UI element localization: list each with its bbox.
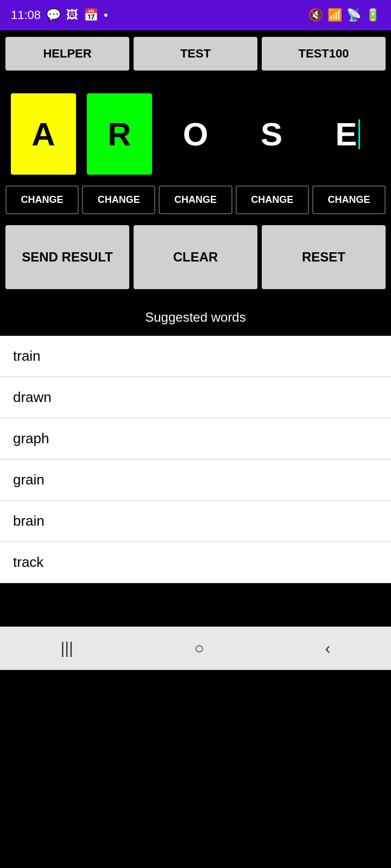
helper-button[interactable]: HELPER [5, 37, 129, 71]
word-item-3[interactable]: grain [0, 459, 391, 501]
wifi-icon: 📶 [327, 8, 342, 22]
dot-indicator: • [104, 8, 108, 22]
send-result-button[interactable]: SEND RESULT [5, 225, 129, 289]
test100-button[interactable]: TEST100 [262, 37, 386, 71]
status-bar: 11:08 💬 🖼 📅 • 🔇 📶 📡 🔋 [0, 0, 391, 30]
battery-icon: 🔋 [365, 8, 380, 22]
change-btn-2[interactable]: CHANGE [159, 186, 232, 214]
back-button[interactable]: ‹ [325, 639, 331, 658]
home-button[interactable]: ○ [194, 639, 204, 658]
recent-apps-button[interactable]: ||| [60, 639, 73, 658]
status-right: 🔇 📶 📡 🔋 [308, 8, 380, 22]
tile-2[interactable]: O [163, 93, 228, 175]
tile-0[interactable]: A [11, 93, 76, 175]
change-btn-1[interactable]: CHANGE [82, 186, 155, 214]
change-btn-0[interactable]: CHANGE [5, 186, 79, 214]
action-buttons-row: SEND RESULT CLEAR RESET [0, 225, 391, 300]
suggested-words-label: Suggested words [0, 300, 391, 336]
bottom-spacer [0, 583, 391, 627]
tile-1[interactable]: R [87, 93, 152, 175]
change-buttons-row: CHANGE CHANGE CHANGE CHANGE CHANGE [0, 186, 391, 225]
whatsapp-icon: 💬 [46, 8, 61, 22]
image-icon: 🖼 [66, 8, 78, 22]
test-button[interactable]: TEST [134, 37, 257, 71]
clear-button[interactable]: CLEAR [134, 225, 257, 289]
word-item-2[interactable]: graph [0, 418, 391, 459]
word-item-1[interactable]: drawn [0, 377, 391, 418]
tiles-area: A R O S E [0, 77, 391, 186]
word-item-5[interactable]: track [0, 542, 391, 583]
change-btn-3[interactable]: CHANGE [236, 186, 309, 214]
status-left: 11:08 💬 🖼 📅 • [11, 8, 108, 22]
calendar-icon: 📅 [84, 8, 98, 22]
word-item-4[interactable]: brain [0, 501, 391, 542]
signal-icon: 📡 [346, 8, 361, 22]
word-list: train drawn graph grain brain track [0, 336, 391, 583]
mute-icon: 🔇 [308, 8, 323, 22]
change-btn-4[interactable]: CHANGE [312, 186, 386, 214]
time-display: 11:08 [11, 8, 41, 22]
tile-3[interactable]: S [239, 93, 304, 175]
top-nav: HELPER TEST TEST100 [0, 30, 391, 77]
word-item-0[interactable]: train [0, 336, 391, 377]
bottom-nav-bar: ||| ○ ‹ [0, 627, 391, 670]
tile-4[interactable]: E [315, 93, 380, 175]
reset-button[interactable]: RESET [262, 225, 386, 289]
